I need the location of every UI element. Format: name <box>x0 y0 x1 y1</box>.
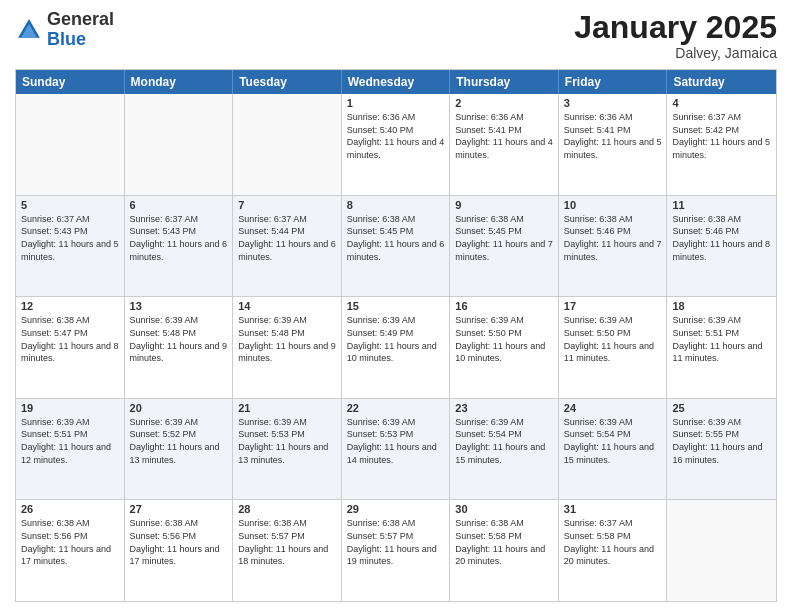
day-number: 22 <box>347 402 445 414</box>
cell-info: Sunrise: 6:38 AMSunset: 5:56 PMDaylight:… <box>130 517 228 567</box>
cal-cell-28: 28Sunrise: 6:38 AMSunset: 5:57 PMDayligh… <box>233 500 342 601</box>
day-number: 8 <box>347 199 445 211</box>
day-number: 9 <box>455 199 553 211</box>
calendar: SundayMondayTuesdayWednesdayThursdayFrid… <box>15 69 777 602</box>
day-number: 2 <box>455 97 553 109</box>
cell-info: Sunrise: 6:39 AMSunset: 5:54 PMDaylight:… <box>564 416 662 466</box>
header-day-wednesday: Wednesday <box>342 70 451 94</box>
cal-cell-7: 7Sunrise: 6:37 AMSunset: 5:44 PMDaylight… <box>233 196 342 297</box>
cell-info: Sunrise: 6:39 AMSunset: 5:53 PMDaylight:… <box>347 416 445 466</box>
calendar-header: SundayMondayTuesdayWednesdayThursdayFrid… <box>16 70 776 94</box>
cell-info: Sunrise: 6:38 AMSunset: 5:56 PMDaylight:… <box>21 517 119 567</box>
cal-cell-15: 15Sunrise: 6:39 AMSunset: 5:49 PMDayligh… <box>342 297 451 398</box>
cell-info: Sunrise: 6:39 AMSunset: 5:50 PMDaylight:… <box>564 314 662 364</box>
day-number: 31 <box>564 503 662 515</box>
cal-cell-empty-0-2 <box>233 94 342 195</box>
cal-cell-empty-4-6 <box>667 500 776 601</box>
header-day-tuesday: Tuesday <box>233 70 342 94</box>
cal-cell-27: 27Sunrise: 6:38 AMSunset: 5:56 PMDayligh… <box>125 500 234 601</box>
cal-cell-5: 5Sunrise: 6:37 AMSunset: 5:43 PMDaylight… <box>16 196 125 297</box>
cell-info: Sunrise: 6:39 AMSunset: 5:51 PMDaylight:… <box>21 416 119 466</box>
cell-info: Sunrise: 6:38 AMSunset: 5:58 PMDaylight:… <box>455 517 553 567</box>
day-number: 21 <box>238 402 336 414</box>
day-number: 12 <box>21 300 119 312</box>
cal-cell-11: 11Sunrise: 6:38 AMSunset: 5:46 PMDayligh… <box>667 196 776 297</box>
calendar-row-2: 12Sunrise: 6:38 AMSunset: 5:47 PMDayligh… <box>16 297 776 399</box>
cal-cell-2: 2Sunrise: 6:36 AMSunset: 5:41 PMDaylight… <box>450 94 559 195</box>
day-number: 13 <box>130 300 228 312</box>
day-number: 30 <box>455 503 553 515</box>
day-number: 1 <box>347 97 445 109</box>
day-number: 28 <box>238 503 336 515</box>
cal-cell-31: 31Sunrise: 6:37 AMSunset: 5:58 PMDayligh… <box>559 500 668 601</box>
cal-cell-10: 10Sunrise: 6:38 AMSunset: 5:46 PMDayligh… <box>559 196 668 297</box>
day-number: 14 <box>238 300 336 312</box>
cell-info: Sunrise: 6:39 AMSunset: 5:48 PMDaylight:… <box>238 314 336 364</box>
day-number: 27 <box>130 503 228 515</box>
cal-cell-22: 22Sunrise: 6:39 AMSunset: 5:53 PMDayligh… <box>342 399 451 500</box>
cell-info: Sunrise: 6:39 AMSunset: 5:51 PMDaylight:… <box>672 314 771 364</box>
cell-info: Sunrise: 6:38 AMSunset: 5:47 PMDaylight:… <box>21 314 119 364</box>
cal-cell-26: 26Sunrise: 6:38 AMSunset: 5:56 PMDayligh… <box>16 500 125 601</box>
header: General Blue January 2025 Dalvey, Jamaic… <box>15 10 777 61</box>
cal-cell-25: 25Sunrise: 6:39 AMSunset: 5:55 PMDayligh… <box>667 399 776 500</box>
logo-icon <box>15 16 43 44</box>
day-number: 19 <box>21 402 119 414</box>
cal-cell-12: 12Sunrise: 6:38 AMSunset: 5:47 PMDayligh… <box>16 297 125 398</box>
day-number: 24 <box>564 402 662 414</box>
logo: General Blue <box>15 10 114 50</box>
cal-cell-14: 14Sunrise: 6:39 AMSunset: 5:48 PMDayligh… <box>233 297 342 398</box>
header-day-monday: Monday <box>125 70 234 94</box>
cell-info: Sunrise: 6:37 AMSunset: 5:43 PMDaylight:… <box>130 213 228 263</box>
cal-cell-6: 6Sunrise: 6:37 AMSunset: 5:43 PMDaylight… <box>125 196 234 297</box>
cal-cell-16: 16Sunrise: 6:39 AMSunset: 5:50 PMDayligh… <box>450 297 559 398</box>
day-number: 25 <box>672 402 771 414</box>
cell-info: Sunrise: 6:39 AMSunset: 5:54 PMDaylight:… <box>455 416 553 466</box>
cal-cell-13: 13Sunrise: 6:39 AMSunset: 5:48 PMDayligh… <box>125 297 234 398</box>
cell-info: Sunrise: 6:39 AMSunset: 5:48 PMDaylight:… <box>130 314 228 364</box>
cell-info: Sunrise: 6:39 AMSunset: 5:50 PMDaylight:… <box>455 314 553 364</box>
header-day-saturday: Saturday <box>667 70 776 94</box>
day-number: 20 <box>130 402 228 414</box>
cal-cell-21: 21Sunrise: 6:39 AMSunset: 5:53 PMDayligh… <box>233 399 342 500</box>
cell-info: Sunrise: 6:38 AMSunset: 5:57 PMDaylight:… <box>238 517 336 567</box>
calendar-row-3: 19Sunrise: 6:39 AMSunset: 5:51 PMDayligh… <box>16 399 776 501</box>
cell-info: Sunrise: 6:38 AMSunset: 5:46 PMDaylight:… <box>564 213 662 263</box>
cell-info: Sunrise: 6:37 AMSunset: 5:42 PMDaylight:… <box>672 111 771 161</box>
calendar-row-1: 5Sunrise: 6:37 AMSunset: 5:43 PMDaylight… <box>16 196 776 298</box>
cal-cell-29: 29Sunrise: 6:38 AMSunset: 5:57 PMDayligh… <box>342 500 451 601</box>
cell-info: Sunrise: 6:37 AMSunset: 5:58 PMDaylight:… <box>564 517 662 567</box>
cell-info: Sunrise: 6:38 AMSunset: 5:45 PMDaylight:… <box>455 213 553 263</box>
cal-cell-4: 4Sunrise: 6:37 AMSunset: 5:42 PMDaylight… <box>667 94 776 195</box>
cell-info: Sunrise: 6:38 AMSunset: 5:57 PMDaylight:… <box>347 517 445 567</box>
cell-info: Sunrise: 6:36 AMSunset: 5:41 PMDaylight:… <box>564 111 662 161</box>
day-number: 10 <box>564 199 662 211</box>
day-number: 7 <box>238 199 336 211</box>
day-number: 16 <box>455 300 553 312</box>
cal-cell-19: 19Sunrise: 6:39 AMSunset: 5:51 PMDayligh… <box>16 399 125 500</box>
cal-cell-8: 8Sunrise: 6:38 AMSunset: 5:45 PMDaylight… <box>342 196 451 297</box>
month-title: January 2025 <box>574 10 777 45</box>
day-number: 4 <box>672 97 771 109</box>
day-number: 26 <box>21 503 119 515</box>
cell-info: Sunrise: 6:38 AMSunset: 5:45 PMDaylight:… <box>347 213 445 263</box>
cell-info: Sunrise: 6:39 AMSunset: 5:49 PMDaylight:… <box>347 314 445 364</box>
calendar-body: 1Sunrise: 6:36 AMSunset: 5:40 PMDaylight… <box>16 94 776 601</box>
cal-cell-empty-0-0 <box>16 94 125 195</box>
header-day-friday: Friday <box>559 70 668 94</box>
day-number: 18 <box>672 300 771 312</box>
cal-cell-1: 1Sunrise: 6:36 AMSunset: 5:40 PMDaylight… <box>342 94 451 195</box>
cal-cell-30: 30Sunrise: 6:38 AMSunset: 5:58 PMDayligh… <box>450 500 559 601</box>
cal-cell-20: 20Sunrise: 6:39 AMSunset: 5:52 PMDayligh… <box>125 399 234 500</box>
day-number: 3 <box>564 97 662 109</box>
cal-cell-3: 3Sunrise: 6:36 AMSunset: 5:41 PMDaylight… <box>559 94 668 195</box>
day-number: 5 <box>21 199 119 211</box>
day-number: 17 <box>564 300 662 312</box>
title-block: January 2025 Dalvey, Jamaica <box>574 10 777 61</box>
cell-info: Sunrise: 6:38 AMSunset: 5:46 PMDaylight:… <box>672 213 771 263</box>
cell-info: Sunrise: 6:39 AMSunset: 5:52 PMDaylight:… <box>130 416 228 466</box>
location-subtitle: Dalvey, Jamaica <box>574 45 777 61</box>
day-number: 29 <box>347 503 445 515</box>
cell-info: Sunrise: 6:36 AMSunset: 5:40 PMDaylight:… <box>347 111 445 161</box>
cal-cell-23: 23Sunrise: 6:39 AMSunset: 5:54 PMDayligh… <box>450 399 559 500</box>
